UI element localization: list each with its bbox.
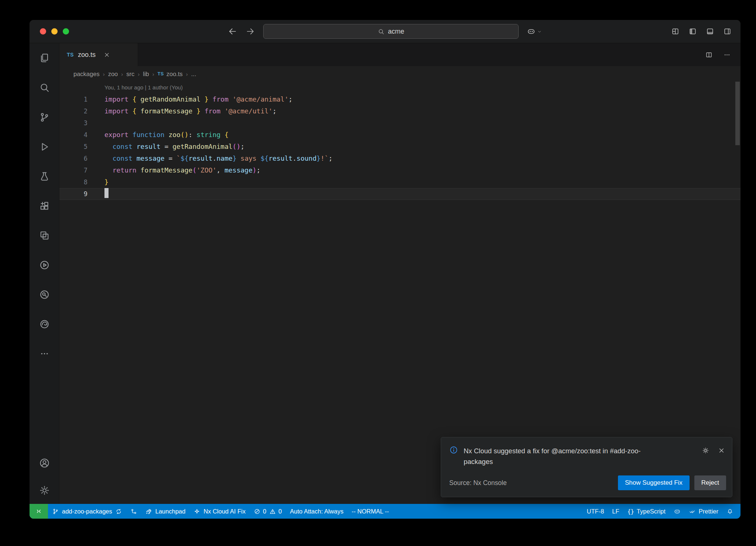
forward-icon[interactable]	[245, 27, 255, 36]
code-line[interactable]: 2import { formatMessage } from '@acme/ut…	[59, 105, 740, 117]
auto-attach-item[interactable]: Auto Attach: Always	[286, 504, 348, 519]
more-views-icon[interactable]	[30, 339, 59, 368]
toggle-secondary-sidebar-icon[interactable]	[723, 27, 732, 36]
testing-icon[interactable]	[30, 161, 59, 191]
gitlens-blame-annotation[interactable]: You, 1 hour ago | 1 author (You)	[104, 82, 740, 93]
launchpad-label: Launchpad	[155, 508, 186, 515]
copilot-status-item[interactable]	[670, 504, 685, 519]
status-bar: add-zoo-packages Launchpad Nx Cloud AI F…	[30, 504, 740, 519]
source-control-icon[interactable]	[30, 102, 59, 132]
line-number: 1	[59, 93, 87, 105]
line-number: 4	[59, 129, 87, 141]
branch-name: add-zoo-packages	[62, 508, 112, 515]
account-icon[interactable]	[30, 449, 59, 477]
back-icon[interactable]	[228, 27, 237, 36]
breadcrumb-item[interactable]: packages	[73, 71, 100, 78]
error-icon	[254, 508, 261, 515]
notifications-bell-item[interactable]	[722, 504, 738, 519]
commit-graph-icon	[130, 508, 137, 515]
nx-cloud-ai-fix-button[interactable]: Nx Cloud AI Fix	[189, 504, 250, 519]
notification-settings-gear-icon[interactable]	[702, 447, 709, 454]
copilot-menu-button[interactable]	[527, 27, 542, 36]
search-view-icon[interactable]	[30, 73, 59, 102]
show-suggested-fix-button[interactable]: Show Suggested Fix	[618, 475, 690, 490]
breadcrumb-item-symbol[interactable]: ...	[191, 71, 196, 78]
breadcrumb-item-file[interactable]: TS zoo.ts	[158, 71, 183, 78]
line-number: 5	[59, 141, 87, 153]
typescript-file-icon: TS	[67, 52, 74, 58]
code-line[interactable]: 5 const result = getRandomAnimal();	[59, 141, 740, 153]
chevron-right-icon: ›	[138, 71, 140, 77]
inspect-circle-icon[interactable]	[30, 280, 59, 309]
chevron-right-icon: ›	[103, 71, 105, 77]
tab-bar: TS zoo.ts	[59, 43, 740, 66]
line-number: 6	[59, 153, 87, 164]
code-line[interactable]: 9	[59, 188, 740, 200]
formatter-item[interactable]: Prettier	[685, 504, 722, 519]
rocket-icon	[145, 508, 152, 515]
chevron-right-icon: ›	[152, 71, 154, 77]
code-line[interactable]: 4export function zoo(): string {	[59, 129, 740, 141]
sync-changes-icon	[115, 508, 122, 515]
line-number: 9	[59, 188, 87, 200]
nx-console-icon[interactable]	[30, 221, 59, 250]
reject-button[interactable]: Reject	[694, 475, 726, 490]
eol-item[interactable]: LF	[608, 504, 623, 519]
breadcrumb: packages › zoo › src › lib › TS zoo.ts ›…	[59, 66, 740, 82]
remote-icon	[35, 508, 42, 515]
tab-label: zoo.ts	[78, 51, 96, 59]
zoom-window-button[interactable]	[63, 28, 69, 35]
window-controls	[40, 28, 69, 35]
branch-item[interactable]: add-zoo-packages	[48, 504, 126, 519]
chevron-down-icon	[537, 29, 542, 34]
search-value: acme	[388, 28, 404, 35]
extensions-icon[interactable]	[30, 191, 59, 221]
code-line[interactable]: 8}	[59, 176, 740, 188]
warning-icon	[269, 508, 276, 515]
language-mode-item[interactable]: {} TypeScript	[623, 504, 670, 519]
command-center-search[interactable]: acme	[263, 24, 519, 39]
line-number: 3	[59, 117, 87, 129]
split-editor-icon[interactable]	[705, 51, 713, 59]
run-debug-icon[interactable]	[30, 132, 59, 161]
commit-graph-button[interactable]	[126, 504, 141, 519]
vscode-window: acme	[30, 20, 740, 519]
edge-tools-icon[interactable]	[30, 309, 59, 339]
play-circle-icon[interactable]	[30, 250, 59, 280]
code-line[interactable]: 6 const message = `${result.name} says $…	[59, 153, 740, 164]
settings-gear-icon[interactable]	[30, 477, 59, 504]
warning-count: 0	[278, 508, 282, 515]
problems-button[interactable]: 0 0	[250, 504, 286, 519]
editor-actions	[705, 43, 740, 66]
titlebar: acme	[30, 20, 740, 43]
explorer-icon[interactable]	[30, 43, 59, 73]
code-line[interactable]: 3	[59, 117, 740, 129]
minimize-window-button[interactable]	[51, 28, 58, 35]
close-window-button[interactable]	[40, 28, 46, 35]
launchpad-button[interactable]: Launchpad	[141, 504, 190, 519]
customize-layout-icon[interactable]	[671, 27, 680, 36]
copilot-icon	[527, 27, 536, 36]
bell-icon	[726, 508, 733, 515]
vim-mode-indicator[interactable]: -- NORMAL --	[347, 504, 393, 519]
tab-close-icon[interactable]	[103, 51, 110, 58]
tab-zoo-ts[interactable]: TS zoo.ts	[59, 43, 138, 66]
toggle-panel-icon[interactable]	[706, 27, 714, 36]
vim-block-cursor	[104, 188, 109, 198]
encoding-item[interactable]: UTF-8	[583, 504, 608, 519]
breadcrumb-item[interactable]: zoo	[108, 71, 118, 78]
breadcrumb-item[interactable]: lib	[143, 71, 149, 78]
braces-icon: {}	[628, 508, 634, 515]
editor-scrollbar[interactable]	[735, 82, 740, 145]
ai-sparkle-icon	[193, 508, 200, 515]
notification-close-icon[interactable]	[718, 447, 725, 454]
code-line[interactable]: 1import { getRandomAnimal } from '@acme/…	[59, 93, 740, 105]
breadcrumb-item[interactable]: src	[126, 71, 134, 78]
nx-cloud-ai-fix-label: Nx Cloud AI Fix	[203, 508, 245, 515]
toggle-primary-sidebar-icon[interactable]	[688, 27, 697, 36]
remote-indicator[interactable]	[30, 504, 48, 519]
more-actions-icon[interactable]	[723, 51, 731, 59]
code-line[interactable]: 7 return formatMessage('ZOO', message);	[59, 164, 740, 176]
line-number: 8	[59, 176, 87, 188]
typescript-file-icon: TS	[158, 71, 164, 76]
